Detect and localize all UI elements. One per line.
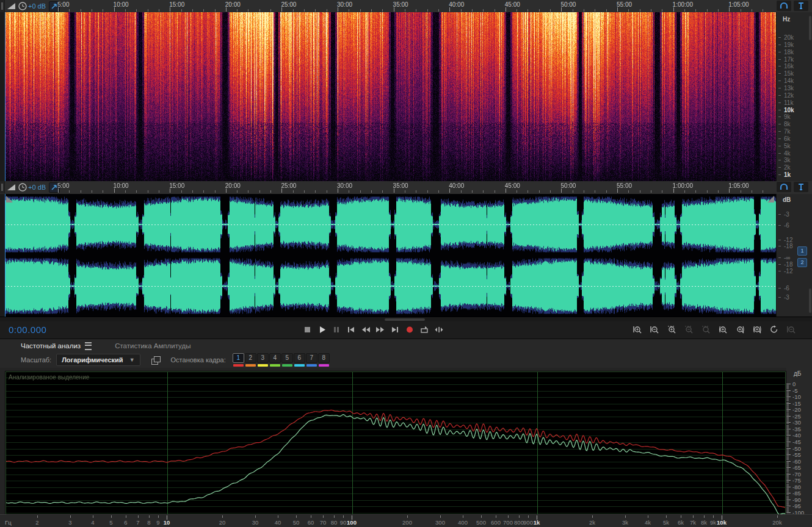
scrollbar[interactable] xyxy=(809,289,811,313)
db-axis-tick xyxy=(786,461,791,462)
channel-button-2[interactable]: 2 xyxy=(797,258,807,267)
timeline-tick xyxy=(427,9,428,12)
spectrogram-view[interactable]: Hz 20k19k18k17k16k15k14k13k12k11k10k9k8k… xyxy=(0,12,812,181)
scrollbar[interactable] xyxy=(809,16,811,40)
timeline-tick xyxy=(662,9,662,12)
panel-grip[interactable] xyxy=(0,0,5,12)
waveform-timeline-ruler[interactable]: +0 dB 5:0010:0015:0020:0025:0030:0035:00… xyxy=(0,181,812,195)
db-tick xyxy=(778,288,781,289)
frame-hold-button-8[interactable]: 8 xyxy=(319,353,329,367)
freq-scale-label: 8k xyxy=(784,121,791,127)
freq-scale-label: 13k xyxy=(784,85,794,91)
spectrogram-canvas[interactable] xyxy=(5,12,777,181)
timeline-label: 5:00 xyxy=(57,1,69,8)
play-button[interactable] xyxy=(316,323,327,335)
chevron-down-icon: ▼ xyxy=(129,357,135,363)
spectrogram-timeline-ruler[interactable]: +0 dB 5:0010:0015:0020:0025:0030:0035:00… xyxy=(0,0,812,13)
copy-graph-icon[interactable] xyxy=(151,356,160,364)
tab-amplitude-statistics[interactable]: Статистика Амплитуды xyxy=(109,339,197,353)
timeline-tick xyxy=(327,190,327,193)
stop-button[interactable] xyxy=(302,323,313,335)
loop-playback-button[interactable] xyxy=(419,323,430,335)
frequency-scale[interactable]: Hz 20k19k18k17k16k15k14k13k12k11k10k9k8k… xyxy=(776,12,812,181)
t-pin-icon[interactable] xyxy=(794,182,808,192)
db-axis-tick-label: -85 xyxy=(792,490,801,497)
scale-dropdown[interactable]: Логарифмический ▼ xyxy=(56,354,140,366)
playhead[interactable] xyxy=(5,194,5,317)
db-axis-tick xyxy=(786,498,789,499)
skip-to-start-button[interactable] xyxy=(346,323,357,335)
headphones-icon[interactable] xyxy=(777,182,791,192)
zoom-in-horizontal-button[interactable] xyxy=(631,323,643,335)
zoom-out-horizontal-button[interactable] xyxy=(648,323,661,335)
waveform-canvas[interactable] xyxy=(5,194,777,317)
timeline-ticks[interactable]: 5:0010:0015:0020:0025:0030:0035:0040:004… xyxy=(54,181,774,193)
zoom-in-left-edge-button[interactable] xyxy=(717,323,729,335)
db-axis-tick xyxy=(786,453,789,454)
reset-zoom-button[interactable] xyxy=(768,323,780,335)
rewind-button[interactable] xyxy=(360,323,371,335)
hz-axis-tick-label: 50 xyxy=(293,519,300,526)
frame-hold-button-3[interactable]: 3 xyxy=(258,353,268,367)
frame-hold-button-1[interactable]: 1 xyxy=(233,353,244,367)
timeline-tick xyxy=(539,190,540,193)
freq-scale-label: 2k xyxy=(784,164,791,171)
hz-axis-tick-label: 400 xyxy=(458,519,468,526)
timeline-tick xyxy=(695,190,696,193)
timeline-ticks[interactable]: 5:0010:0015:0020:0025:0030:0035:0040:004… xyxy=(54,0,774,12)
frame-hold-button-7[interactable]: 7 xyxy=(306,353,317,367)
db-axis-tick xyxy=(786,386,789,387)
hz-axis-tick-label: 90 xyxy=(340,519,347,526)
hz-axis-tick-label: 100 xyxy=(347,519,357,526)
freq-tick xyxy=(778,95,781,96)
timecode-display[interactable]: 0:00.000 xyxy=(9,324,46,335)
zoom-in-horizontal-icon xyxy=(633,325,642,334)
t-pin-icon[interactable] xyxy=(794,1,808,11)
tab-frequency-analysis[interactable]: Частотный анализ xyxy=(15,339,98,353)
frequency-plot-canvas[interactable] xyxy=(5,371,786,515)
gain-readout[interactable]: +0 dB xyxy=(28,2,46,10)
waveform-view[interactable]: dB -3-6-12-18-∞-18-12-6-312 xyxy=(0,194,812,317)
zoom-in-selection-button[interactable] xyxy=(665,323,678,335)
hz-axis-tick xyxy=(407,515,408,518)
hz-axis-tick xyxy=(138,515,139,518)
fast-forward-button[interactable] xyxy=(375,323,386,335)
zoom-reset-selection-button xyxy=(700,323,712,335)
playhead[interactable] xyxy=(5,12,5,181)
headphones-icon[interactable] xyxy=(777,1,791,11)
frame-hold-button-2[interactable]: 2 xyxy=(245,353,256,367)
gain-readout[interactable]: +0 dB xyxy=(28,184,46,191)
fade-envelope-icon[interactable] xyxy=(6,182,17,192)
hz-axis-tick xyxy=(496,515,496,518)
timeline-tick xyxy=(203,9,204,12)
db-axis-tick xyxy=(786,504,789,505)
panel-grip[interactable] xyxy=(0,181,5,193)
freq-tick xyxy=(778,37,781,38)
timeline-tick xyxy=(371,190,372,193)
frame-hold-number: 4 xyxy=(269,353,281,363)
timeline-tick xyxy=(360,9,361,12)
frame-hold-color xyxy=(258,364,268,367)
divider-grip[interactable] xyxy=(385,318,425,321)
skip-to-end-button[interactable] xyxy=(390,323,401,335)
frame-hold-button-5[interactable]: 5 xyxy=(282,353,292,367)
clock-icon[interactable] xyxy=(17,1,28,11)
db-axis-tick xyxy=(786,474,791,475)
timeline-tick xyxy=(561,188,562,193)
timeline-tick xyxy=(718,190,719,193)
move-playhead-button[interactable] xyxy=(433,323,444,335)
channel-button-1[interactable]: 1 xyxy=(797,246,807,256)
frame-hold-button-4[interactable]: 4 xyxy=(270,353,280,367)
panel-menu-icon[interactable] xyxy=(85,342,92,350)
clock-icon[interactable] xyxy=(17,182,28,192)
timeline-tick xyxy=(628,9,629,12)
zoom-in-right-edge-button[interactable] xyxy=(734,323,746,335)
record-button[interactable] xyxy=(404,323,415,335)
timeline-tick xyxy=(226,188,227,193)
frame-hold-button-6[interactable]: 6 xyxy=(294,353,305,367)
zoom-selection-both-edges-button[interactable] xyxy=(751,323,763,335)
amplitude-scale[interactable]: dB -3-6-12-18-∞-18-12-6-312 xyxy=(776,194,812,317)
pause-button[interactable] xyxy=(331,323,342,335)
fade-envelope-icon[interactable] xyxy=(6,1,17,11)
freq-tick xyxy=(778,73,781,74)
